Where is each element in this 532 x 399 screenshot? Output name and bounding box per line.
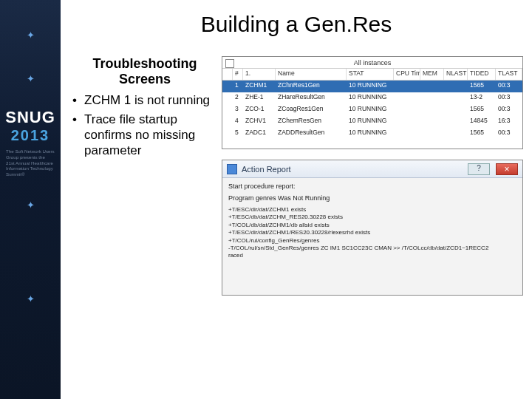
table-cell bbox=[420, 81, 444, 92]
table-cell: 00:3 bbox=[496, 128, 522, 140]
col-header: NLAST bbox=[444, 69, 468, 80]
col-header: STAT bbox=[347, 69, 394, 80]
table-header-row: # 1. Name STAT CPU Time MEM NLAST TIDED … bbox=[222, 69, 522, 81]
table-cell: ZCO-1 bbox=[243, 104, 276, 116]
table-row[interactable]: 4ZCHV1ZChemResGen10 RUNNING1484516:3 bbox=[222, 116, 522, 128]
table-cell bbox=[444, 92, 468, 104]
table-title: All instances bbox=[222, 57, 522, 69]
table-cell bbox=[222, 128, 233, 140]
col-header: TLAST bbox=[496, 69, 522, 80]
window-titlebar: Action Report bbox=[222, 160, 522, 178]
report-line: +T/ESC/db/dat/ZCHM_RES20.30228 exists bbox=[228, 214, 516, 221]
report-heading: Start procedure report: bbox=[228, 183, 516, 190]
table-cell: 4 bbox=[233, 116, 243, 128]
table-cell: 1565 bbox=[468, 128, 496, 140]
bullet-icon: • bbox=[72, 112, 84, 159]
bullet-icon: • bbox=[72, 92, 84, 108]
sidebar: ✦ ✦ SNUG 2013 The Soft Network Users Gro… bbox=[0, 0, 61, 399]
table-cell bbox=[394, 104, 420, 116]
table-cell bbox=[222, 81, 233, 92]
col-header: MEM bbox=[420, 69, 444, 80]
col-header: 1. bbox=[243, 69, 276, 80]
table-cell: 14845 bbox=[468, 116, 496, 128]
help-button[interactable] bbox=[468, 163, 490, 175]
table-cell: ZCHM1 bbox=[243, 81, 276, 92]
table-cell: 00:3 bbox=[496, 81, 522, 92]
star-icon: ✦ bbox=[27, 200, 35, 211]
table-cell bbox=[222, 116, 233, 128]
table-cell: 10 RUNNING bbox=[347, 104, 394, 116]
table-cell bbox=[420, 128, 444, 140]
table-rows: 1ZCHM1ZChnRes1Gen10 RUNNING156500:32ZHE-… bbox=[222, 81, 522, 140]
table-cell: ZCoagRes1Gen bbox=[276, 104, 347, 116]
table-cell: 1565 bbox=[468, 104, 496, 116]
table-cell bbox=[394, 128, 420, 140]
slide-main: Building a Gen.Res Troubleshooting Scree… bbox=[61, 0, 532, 399]
table-cell bbox=[444, 104, 468, 116]
table-cell: ZADC1 bbox=[243, 128, 276, 140]
table-cell: 10 RUNNING bbox=[347, 128, 394, 140]
table-cell: 5 bbox=[233, 128, 243, 140]
table-cell: ZADDResultGen bbox=[276, 128, 347, 140]
table-cell bbox=[222, 92, 233, 104]
logo-tagline: The Soft Network Users Group presents th… bbox=[0, 149, 61, 177]
table-cell: 2 bbox=[233, 92, 243, 104]
bullet-text: ZCHM 1 is not running bbox=[84, 92, 217, 108]
text-column: Troubleshooting Screens • ZCHM 1 is not … bbox=[69, 56, 217, 296]
table-cell: ZChemResGen bbox=[276, 116, 347, 128]
process-table-screenshot: All instances # 1. Name STAT CPU Time ME… bbox=[222, 56, 523, 149]
window-icon bbox=[227, 164, 237, 174]
bullet-item: • ZCHM 1 is not running bbox=[72, 92, 217, 108]
col-header: TIDED bbox=[468, 69, 496, 80]
logo-year: 2013 bbox=[0, 127, 61, 144]
report-line: +T/COL/rul/config_GenRes/genres bbox=[228, 237, 516, 245]
table-cell bbox=[394, 92, 420, 104]
subtitle: Troubleshooting Screens bbox=[72, 56, 217, 86]
table-cell: 3 bbox=[233, 104, 243, 116]
table-cell bbox=[420, 116, 444, 128]
table-cell: 13-2 bbox=[468, 92, 496, 104]
table-cell: 10 RUNNING bbox=[347, 81, 394, 92]
col-header bbox=[222, 69, 233, 80]
table-cell: 1 bbox=[233, 81, 243, 92]
window-body: Start procedure report: Program genres W… bbox=[222, 178, 522, 295]
report-line: +T/COL/db/dat/ZCHM1/db allsid exists bbox=[228, 222, 516, 229]
table-cell: 16:3 bbox=[496, 116, 522, 128]
report-status: Program genres Was Not Running bbox=[228, 194, 516, 202]
col-header: Name bbox=[276, 69, 347, 80]
action-report-window: Action Report Start procedure report: Pr… bbox=[222, 160, 523, 296]
table-cell: ZHareResultGen bbox=[276, 92, 347, 104]
table-row[interactable]: 1ZCHM1ZChnRes1Gen10 RUNNING156500:3 bbox=[222, 81, 522, 92]
table-cell bbox=[394, 81, 420, 92]
table-row[interactable]: 5ZADC1ZADDResultGen10 RUNNING156500:3 bbox=[222, 128, 522, 140]
star-icon: ✦ bbox=[27, 30, 35, 41]
star-icon: ✦ bbox=[27, 293, 35, 304]
table-cell bbox=[222, 104, 233, 116]
slide-title: Building a Gen.Res bbox=[69, 12, 523, 37]
table-cell: 00:3 bbox=[496, 92, 522, 104]
table-cell: 10 RUNNING bbox=[347, 92, 394, 104]
table-cell bbox=[444, 81, 468, 92]
table-row[interactable]: 2ZHE-1ZHareResultGen10 RUNNING13-200:3 bbox=[222, 92, 522, 104]
table-cell bbox=[420, 92, 444, 104]
table-cell: ZHE-1 bbox=[243, 92, 276, 104]
table-cell: 10 RUNNING bbox=[347, 116, 394, 128]
table-cell: 1565 bbox=[468, 81, 496, 92]
table-row[interactable]: 3ZCO-1ZCoagRes1Gen10 RUNNING156500:3 bbox=[222, 104, 522, 116]
slide-body: Troubleshooting Screens • ZCHM 1 is not … bbox=[69, 56, 523, 296]
star-icon: ✦ bbox=[27, 73, 35, 84]
table-cell bbox=[444, 116, 468, 128]
logo-text: SNUG bbox=[0, 108, 61, 127]
close-button[interactable] bbox=[496, 163, 518, 175]
window-title: Action Report bbox=[242, 165, 462, 174]
report-line: +T/ESC/dir/dat/ZCHM1/RES20.30228/rlexesr… bbox=[228, 229, 516, 236]
table-cell bbox=[444, 128, 468, 140]
logo: SNUG 2013 The Soft Network Users Group p… bbox=[0, 108, 61, 177]
bullet-item: • Trace file startup confirms no missing… bbox=[72, 112, 217, 159]
table-cell: 00:3 bbox=[496, 104, 522, 116]
report-line: -T/COL/rul/sn/Std_GenRes/genres ZC IM1 S… bbox=[228, 245, 516, 252]
table-cell bbox=[420, 104, 444, 116]
slide: ✦ ✦ SNUG 2013 The Soft Network Users Gro… bbox=[0, 0, 532, 399]
bullet-text: Trace file startup confirms no missing p… bbox=[84, 112, 217, 159]
col-header: CPU Time bbox=[394, 69, 420, 80]
